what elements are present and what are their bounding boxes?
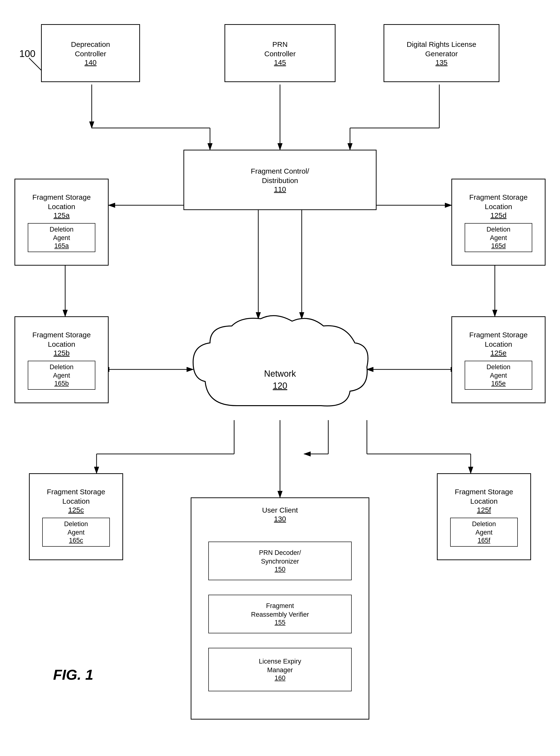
prn-controller-box: PRNController 145	[224, 24, 336, 82]
fragment-control-label: Fragment Control/Distribution	[251, 166, 309, 185]
deletion-agent-125d-number: 165d	[491, 242, 506, 250]
fragment-control-box: Fragment Control/Distribution 110	[183, 150, 377, 210]
deletion-agent-125a-label: DeletionAgent	[49, 225, 73, 242]
fsl-125b-box: Fragment StorageLocation 125b DeletionAg…	[15, 316, 108, 403]
fsl-125f-number: 125f	[477, 506, 491, 514]
deletion-agent-125b-label: DeletionAgent	[49, 363, 73, 380]
deletion-agent-125f-box: DeletionAgent 165f	[450, 518, 518, 546]
fsl-125e-box: Fragment StorageLocation 125e DeletionAg…	[452, 316, 545, 403]
deletion-agent-125a-number: 165a	[54, 242, 69, 250]
diagram: 100 DeprecationController 140 PRNControl…	[0, 0, 560, 756]
deletion-agent-125c-box: DeletionAgent 165c	[42, 518, 110, 546]
prn-decoder-box: PRN Decoder/Synchronizer 150	[208, 542, 352, 580]
fsl-125f-box: Fragment StorageLocation 125f DeletionAg…	[437, 473, 531, 560]
fragment-reassembly-label: FragmentReassembly Verifier	[251, 602, 309, 619]
digital-rights-label: Digital Rights LicenseGenerator	[407, 40, 476, 58]
figure-label: FIG. 1	[53, 667, 94, 683]
deletion-agent-125f-number: 165f	[478, 537, 491, 544]
network-cloud-svg: Network 120	[188, 314, 372, 422]
fsl-125d-number: 125d	[491, 211, 507, 219]
deletion-agent-125e-label: DeletionAgent	[486, 363, 510, 380]
digital-rights-number: 135	[436, 58, 447, 67]
deprecation-controller-number: 140	[84, 58, 97, 67]
fsl-125c-box: Fragment StorageLocation 125c DeletionAg…	[29, 473, 123, 560]
deletion-agent-125c-label: DeletionAgent	[64, 520, 88, 537]
license-expiry-number: 160	[275, 674, 285, 682]
user-client-number: 130	[274, 515, 286, 523]
license-expiry-label: License ExpiryManager	[259, 657, 301, 674]
prn-controller-label: PRNController	[264, 40, 296, 58]
user-client-label: User Client	[262, 506, 298, 514]
deletion-agent-125d-box: DeletionAgent 165d	[465, 223, 532, 252]
prn-decoder-label: PRN Decoder/Synchronizer	[259, 549, 301, 565]
deletion-agent-125f-label: DeletionAgent	[472, 520, 496, 537]
svg-text:120: 120	[273, 381, 287, 391]
deprecation-controller-box: DeprecationController 140	[41, 24, 140, 82]
prn-decoder-number: 150	[275, 566, 285, 573]
deprecation-controller-label: DeprecationController	[71, 40, 110, 58]
deletion-agent-125b-box: DeletionAgent 165b	[28, 361, 95, 390]
fsl-125d-box: Fragment StorageLocation 125d DeletionAg…	[452, 179, 545, 265]
fsl-125a-label: Fragment StorageLocation	[32, 193, 91, 211]
deletion-agent-125e-number: 165e	[491, 380, 506, 387]
prn-controller-number: 145	[274, 58, 286, 67]
fragment-reassembly-box: FragmentReassembly Verifier 155	[208, 595, 352, 633]
license-expiry-box: License ExpiryManager 160	[208, 648, 352, 691]
svg-text:Network: Network	[264, 369, 296, 379]
deletion-agent-125c-number: 165c	[69, 537, 83, 544]
deletion-agent-125b-number: 165b	[54, 380, 69, 387]
fsl-125b-label: Fragment StorageLocation	[32, 330, 91, 349]
digital-rights-box: Digital Rights LicenseGenerator 135	[383, 24, 499, 82]
fsl-125a-number: 125a	[54, 211, 70, 219]
fsl-125a-box: Fragment StorageLocation 125a DeletionAg…	[15, 179, 108, 265]
deletion-agent-125d-label: DeletionAgent	[486, 225, 510, 242]
fragment-control-number: 110	[274, 185, 286, 193]
user-client-box: User Client 130 PRN Decoder/Synchronizer…	[191, 497, 369, 719]
fsl-125f-label: Fragment StorageLocation	[455, 487, 513, 506]
fsl-125c-label: Fragment StorageLocation	[47, 487, 105, 506]
deletion-agent-125a-box: DeletionAgent 165a	[28, 223, 95, 252]
fsl-125e-label: Fragment StorageLocation	[469, 330, 528, 349]
network-cloud: Network 120	[188, 314, 372, 422]
fsl-125b-number: 125b	[54, 349, 70, 357]
fsl-125c-number: 125c	[68, 506, 84, 514]
fsl-125e-number: 125e	[491, 349, 507, 357]
fragment-reassembly-number: 155	[275, 619, 285, 626]
fsl-125d-label: Fragment StorageLocation	[469, 193, 528, 211]
deletion-agent-125e-box: DeletionAgent 165e	[465, 361, 532, 390]
